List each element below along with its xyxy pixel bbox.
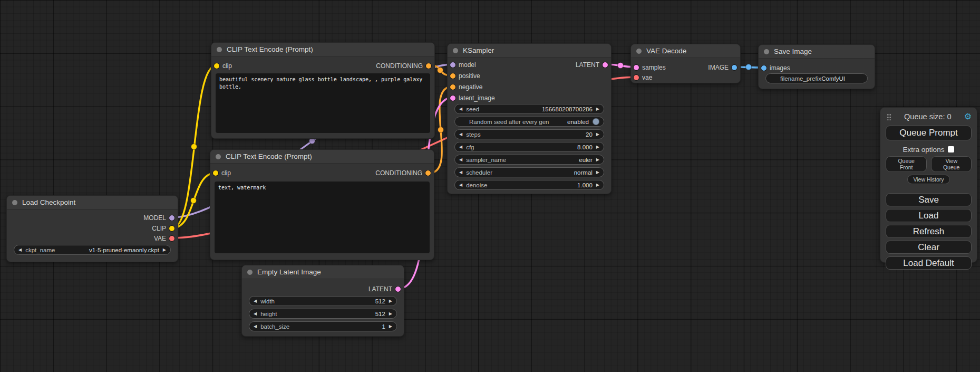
- output-slot-label: CLIP: [152, 225, 166, 232]
- latent-output-port[interactable]: [395, 287, 401, 292]
- stepper-right-icon[interactable]: ▶: [596, 145, 599, 149]
- negative-input-port[interactable]: [450, 84, 455, 90]
- node-save-image[interactable]: Save Image images filename_prefix ComfyU…: [758, 44, 875, 89]
- node-collapse-dot[interactable]: [12, 200, 17, 205]
- stepper-right-icon[interactable]: ▶: [163, 248, 166, 252]
- stepper-left-icon[interactable]: ◀: [459, 183, 462, 187]
- batch-size-widget[interactable]: ◀ batch_size 1 ▶: [249, 321, 397, 331]
- stepper-right-icon[interactable]: ▶: [596, 107, 599, 111]
- load-button[interactable]: Load: [886, 209, 972, 222]
- load-default-button[interactable]: Load Default: [886, 256, 972, 270]
- queue-size-label: Queue size: 0: [891, 112, 964, 121]
- node-title-bar[interactable]: Empty Latent Image: [242, 265, 404, 279]
- samples-input-port[interactable]: [634, 65, 639, 70]
- save-button[interactable]: Save: [886, 193, 972, 206]
- gear-icon[interactable]: ⚙: [964, 112, 972, 121]
- link-midpoint-dot[interactable]: [191, 198, 197, 204]
- stepper-right-icon[interactable]: ▶: [596, 183, 599, 187]
- node-collapse-dot[interactable]: [453, 48, 458, 53]
- random-seed-toggle-widget[interactable]: Random seed after every gen enabled: [454, 117, 604, 127]
- slot-row: clip CONDITIONING: [211, 61, 434, 71]
- sampler-name-widget[interactable]: ◀ sampler_name euler ▶: [454, 155, 604, 165]
- drag-handle-icon[interactable]: [887, 113, 891, 120]
- stepper-left-icon[interactable]: ◀: [459, 145, 462, 149]
- filename-prefix-widget[interactable]: filename_prefix ComfyUI: [765, 73, 868, 83]
- prompt-textarea[interactable]: text, watermark: [215, 182, 430, 253]
- stepper-right-icon[interactable]: ▶: [596, 170, 599, 175]
- stepper-right-icon[interactable]: ▶: [596, 158, 599, 162]
- node-title-bar[interactable]: Load Checkpoint: [7, 196, 178, 209]
- stepper-right-icon[interactable]: ▶: [389, 299, 392, 303]
- stepper-right-icon[interactable]: ▶: [389, 325, 392, 329]
- ckpt-name-widget[interactable]: ◀ ckpt_name v1-5-pruned-emaonly.ckpt ▶: [14, 245, 171, 255]
- conditioning-output-port[interactable]: [426, 63, 431, 69]
- stepper-left-icon[interactable]: ◀: [254, 312, 257, 316]
- clip-input-port[interactable]: [213, 170, 218, 176]
- model-output-port[interactable]: [169, 215, 174, 221]
- queue-prompt-button[interactable]: Queue Prompt: [886, 126, 972, 140]
- node-title-bar[interactable]: KSampler: [448, 44, 611, 58]
- conditioning-output-port[interactable]: [425, 170, 431, 176]
- stepper-left-icon[interactable]: ◀: [254, 325, 257, 329]
- height-widget[interactable]: ◀ height 512 ▶: [249, 309, 397, 319]
- widget-label: batch_size: [260, 323, 289, 330]
- node-clip-text-encode-positive[interactable]: CLIP Text Encode (Prompt) clip CONDITION…: [211, 42, 435, 139]
- clip-output-port[interactable]: [169, 226, 174, 231]
- images-input-port[interactable]: [761, 65, 766, 71]
- scheduler-widget[interactable]: ◀ scheduler normal ▶: [454, 167, 604, 177]
- prompt-textarea[interactable]: beautiful scenery nature glass bottle la…: [216, 73, 430, 133]
- stepper-left-icon[interactable]: ◀: [459, 158, 462, 162]
- model-input-port[interactable]: [450, 62, 455, 68]
- view-history-button[interactable]: View History: [907, 175, 949, 184]
- node-title-bar[interactable]: VAE Decode: [631, 44, 740, 58]
- link-midpoint-dot[interactable]: [438, 68, 443, 73]
- link-midpoint-dot[interactable]: [618, 63, 624, 69]
- node-title-bar[interactable]: Save Image: [759, 45, 875, 59]
- node-load-checkpoint[interactable]: Load Checkpoint MODEL CLIP VAE ◀ ckpt_na…: [6, 195, 178, 262]
- vae-input-port[interactable]: [634, 75, 639, 80]
- seed-widget[interactable]: ◀ seed 156680208700286 ▶: [454, 104, 604, 114]
- latent-image-input-port[interactable]: [450, 96, 455, 101]
- output-slot-label: LATENT: [576, 61, 599, 69]
- link-midpoint-dot[interactable]: [438, 127, 444, 133]
- clear-button[interactable]: Clear: [886, 241, 972, 254]
- positive-input-port[interactable]: [450, 73, 455, 79]
- vae-output-port[interactable]: [169, 236, 174, 241]
- stepper-left-icon[interactable]: ◀: [459, 170, 462, 175]
- width-widget[interactable]: ◀ width 512 ▶: [249, 296, 397, 306]
- clip-input-port[interactable]: [214, 63, 219, 69]
- node-title-bar[interactable]: CLIP Text Encode (Prompt): [210, 150, 434, 164]
- stepper-right-icon[interactable]: ▶: [389, 312, 392, 316]
- node-title-bar[interactable]: CLIP Text Encode (Prompt): [211, 43, 434, 56]
- stepper-left-icon[interactable]: ◀: [254, 299, 257, 303]
- node-vae-decode[interactable]: VAE Decode samples IMAGE vae: [630, 44, 741, 83]
- denoise-widget[interactable]: ◀ denoise 1.000 ▶: [454, 180, 604, 190]
- node-collapse-dot[interactable]: [216, 154, 221, 159]
- link-midpoint-dot[interactable]: [746, 64, 752, 70]
- node-collapse-dot[interactable]: [217, 47, 222, 52]
- image-output-port[interactable]: [732, 65, 737, 70]
- link-midpoint-dot[interactable]: [309, 138, 315, 144]
- node-empty-latent-image[interactable]: Empty Latent Image LATENT ◀ width 512 ▶ …: [241, 265, 404, 337]
- stepper-right-icon[interactable]: ▶: [596, 132, 599, 137]
- node-collapse-dot[interactable]: [764, 49, 769, 54]
- node-graph-canvas[interactable]: Load Checkpoint MODEL CLIP VAE ◀ ckpt_na…: [0, 0, 980, 372]
- cfg-widget[interactable]: ◀ cfg 8.000 ▶: [454, 142, 604, 152]
- steps-widget[interactable]: ◀ steps 20 ▶: [454, 129, 604, 139]
- node-collapse-dot[interactable]: [247, 270, 253, 275]
- widget-label: steps: [466, 131, 481, 138]
- node-collapse-dot[interactable]: [636, 49, 642, 54]
- stepper-left-icon[interactable]: ◀: [18, 248, 22, 252]
- node-ksampler[interactable]: KSampler model LATENT positive negative …: [447, 43, 612, 194]
- refresh-button[interactable]: Refresh: [886, 225, 972, 238]
- node-clip-text-encode-negative[interactable]: CLIP Text Encode (Prompt) clip CONDITION…: [210, 149, 434, 260]
- menu-header: Queue size: 0 ⚙: [886, 111, 972, 122]
- extra-options-checkbox[interactable]: [948, 146, 954, 152]
- link-midpoint-dot[interactable]: [191, 144, 197, 150]
- toggle-on-dot[interactable]: [593, 118, 599, 125]
- view-queue-button[interactable]: View Queue: [931, 156, 972, 172]
- queue-front-button[interactable]: Queue Front: [886, 156, 927, 172]
- stepper-left-icon[interactable]: ◀: [459, 107, 462, 111]
- stepper-left-icon[interactable]: ◀: [459, 132, 462, 137]
- latent-output-port[interactable]: [603, 62, 608, 68]
